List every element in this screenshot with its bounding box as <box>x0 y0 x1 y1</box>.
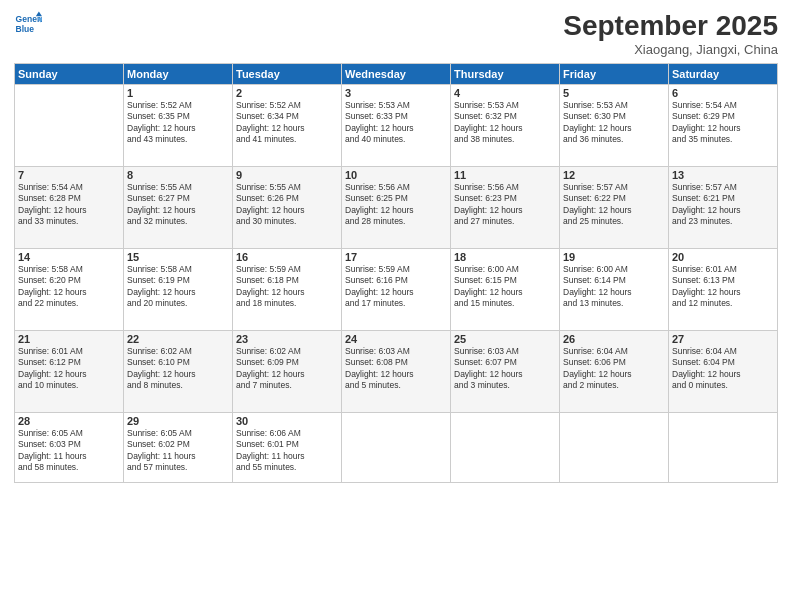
weekday-header-saturday: Saturday <box>669 64 778 85</box>
calendar-cell: 30Sunrise: 6:06 AMSunset: 6:01 PMDayligh… <box>233 413 342 483</box>
day-number: 27 <box>672 333 774 345</box>
day-number: 30 <box>236 415 338 427</box>
calendar-cell: 8Sunrise: 5:55 AMSunset: 6:27 PMDaylight… <box>124 167 233 249</box>
logo-icon: General Blue <box>14 10 42 38</box>
cell-content: Sunrise: 6:01 AMSunset: 6:12 PMDaylight:… <box>18 346 120 392</box>
title-block: September 2025 Xiaogang, Jiangxi, China <box>563 10 778 57</box>
cell-content: Sunrise: 5:59 AMSunset: 6:16 PMDaylight:… <box>345 264 447 310</box>
day-number: 22 <box>127 333 229 345</box>
cell-content: Sunrise: 5:55 AMSunset: 6:27 PMDaylight:… <box>127 182 229 228</box>
cell-content: Sunrise: 6:02 AMSunset: 6:10 PMDaylight:… <box>127 346 229 392</box>
day-number: 28 <box>18 415 120 427</box>
cell-content: Sunrise: 5:57 AMSunset: 6:21 PMDaylight:… <box>672 182 774 228</box>
calendar-cell: 6Sunrise: 5:54 AMSunset: 6:29 PMDaylight… <box>669 85 778 167</box>
day-number: 3 <box>345 87 447 99</box>
calendar-cell: 26Sunrise: 6:04 AMSunset: 6:06 PMDayligh… <box>560 331 669 413</box>
cell-content: Sunrise: 6:05 AMSunset: 6:02 PMDaylight:… <box>127 428 229 474</box>
day-number: 26 <box>563 333 665 345</box>
cell-content: Sunrise: 5:57 AMSunset: 6:22 PMDaylight:… <box>563 182 665 228</box>
calendar-cell <box>451 413 560 483</box>
day-number: 7 <box>18 169 120 181</box>
calendar-cell <box>560 413 669 483</box>
day-number: 2 <box>236 87 338 99</box>
day-number: 8 <box>127 169 229 181</box>
weekday-header-monday: Monday <box>124 64 233 85</box>
cell-content: Sunrise: 5:52 AMSunset: 6:35 PMDaylight:… <box>127 100 229 146</box>
calendar-cell <box>669 413 778 483</box>
calendar-cell: 13Sunrise: 5:57 AMSunset: 6:21 PMDayligh… <box>669 167 778 249</box>
day-number: 17 <box>345 251 447 263</box>
calendar-cell: 9Sunrise: 5:55 AMSunset: 6:26 PMDaylight… <box>233 167 342 249</box>
calendar-cell: 4Sunrise: 5:53 AMSunset: 6:32 PMDaylight… <box>451 85 560 167</box>
calendar-cell: 5Sunrise: 5:53 AMSunset: 6:30 PMDaylight… <box>560 85 669 167</box>
cell-content: Sunrise: 5:55 AMSunset: 6:26 PMDaylight:… <box>236 182 338 228</box>
calendar-cell: 3Sunrise: 5:53 AMSunset: 6:33 PMDaylight… <box>342 85 451 167</box>
calendar-cell: 10Sunrise: 5:56 AMSunset: 6:25 PMDayligh… <box>342 167 451 249</box>
weekday-header-friday: Friday <box>560 64 669 85</box>
day-number: 4 <box>454 87 556 99</box>
cell-content: Sunrise: 6:06 AMSunset: 6:01 PMDaylight:… <box>236 428 338 474</box>
calendar-cell: 23Sunrise: 6:02 AMSunset: 6:09 PMDayligh… <box>233 331 342 413</box>
cell-content: Sunrise: 6:04 AMSunset: 6:06 PMDaylight:… <box>563 346 665 392</box>
calendar-cell: 22Sunrise: 6:02 AMSunset: 6:10 PMDayligh… <box>124 331 233 413</box>
day-number: 25 <box>454 333 556 345</box>
weekday-header-row: SundayMondayTuesdayWednesdayThursdayFrid… <box>15 64 778 85</box>
cell-content: Sunrise: 5:58 AMSunset: 6:20 PMDaylight:… <box>18 264 120 310</box>
day-number: 29 <box>127 415 229 427</box>
cell-content: Sunrise: 5:56 AMSunset: 6:23 PMDaylight:… <box>454 182 556 228</box>
day-number: 24 <box>345 333 447 345</box>
cell-content: Sunrise: 6:00 AMSunset: 6:15 PMDaylight:… <box>454 264 556 310</box>
calendar-cell: 17Sunrise: 5:59 AMSunset: 6:16 PMDayligh… <box>342 249 451 331</box>
cell-content: Sunrise: 6:04 AMSunset: 6:04 PMDaylight:… <box>672 346 774 392</box>
calendar-cell <box>15 85 124 167</box>
day-number: 23 <box>236 333 338 345</box>
calendar-cell: 27Sunrise: 6:04 AMSunset: 6:04 PMDayligh… <box>669 331 778 413</box>
calendar-cell: 18Sunrise: 6:00 AMSunset: 6:15 PMDayligh… <box>451 249 560 331</box>
day-number: 20 <box>672 251 774 263</box>
cell-content: Sunrise: 5:52 AMSunset: 6:34 PMDaylight:… <box>236 100 338 146</box>
cell-content: Sunrise: 5:54 AMSunset: 6:29 PMDaylight:… <box>672 100 774 146</box>
cell-content: Sunrise: 5:59 AMSunset: 6:18 PMDaylight:… <box>236 264 338 310</box>
day-number: 11 <box>454 169 556 181</box>
day-number: 18 <box>454 251 556 263</box>
day-number: 14 <box>18 251 120 263</box>
calendar-cell: 19Sunrise: 6:00 AMSunset: 6:14 PMDayligh… <box>560 249 669 331</box>
day-number: 6 <box>672 87 774 99</box>
cell-content: Sunrise: 6:00 AMSunset: 6:14 PMDaylight:… <box>563 264 665 310</box>
calendar-cell: 14Sunrise: 5:58 AMSunset: 6:20 PMDayligh… <box>15 249 124 331</box>
cell-content: Sunrise: 5:53 AMSunset: 6:32 PMDaylight:… <box>454 100 556 146</box>
calendar-cell: 2Sunrise: 5:52 AMSunset: 6:34 PMDaylight… <box>233 85 342 167</box>
day-number: 21 <box>18 333 120 345</box>
calendar-cell <box>342 413 451 483</box>
day-number: 15 <box>127 251 229 263</box>
weekday-header-wednesday: Wednesday <box>342 64 451 85</box>
cell-content: Sunrise: 6:03 AMSunset: 6:08 PMDaylight:… <box>345 346 447 392</box>
logo: General Blue <box>14 10 42 38</box>
calendar-cell: 7Sunrise: 5:54 AMSunset: 6:28 PMDaylight… <box>15 167 124 249</box>
location: Xiaogang, Jiangxi, China <box>563 42 778 57</box>
day-number: 12 <box>563 169 665 181</box>
day-number: 19 <box>563 251 665 263</box>
day-number: 9 <box>236 169 338 181</box>
cell-content: Sunrise: 5:54 AMSunset: 6:28 PMDaylight:… <box>18 182 120 228</box>
svg-text:Blue: Blue <box>16 24 35 34</box>
cell-content: Sunrise: 6:01 AMSunset: 6:13 PMDaylight:… <box>672 264 774 310</box>
weekday-header-sunday: Sunday <box>15 64 124 85</box>
cell-content: Sunrise: 5:53 AMSunset: 6:33 PMDaylight:… <box>345 100 447 146</box>
calendar-table: SundayMondayTuesdayWednesdayThursdayFrid… <box>14 63 778 483</box>
day-number: 13 <box>672 169 774 181</box>
weekday-header-tuesday: Tuesday <box>233 64 342 85</box>
calendar-cell: 16Sunrise: 5:59 AMSunset: 6:18 PMDayligh… <box>233 249 342 331</box>
calendar-cell: 25Sunrise: 6:03 AMSunset: 6:07 PMDayligh… <box>451 331 560 413</box>
page-header: General Blue September 2025 Xiaogang, Ji… <box>14 10 778 57</box>
calendar-cell: 21Sunrise: 6:01 AMSunset: 6:12 PMDayligh… <box>15 331 124 413</box>
calendar-cell: 29Sunrise: 6:05 AMSunset: 6:02 PMDayligh… <box>124 413 233 483</box>
calendar-cell: 20Sunrise: 6:01 AMSunset: 6:13 PMDayligh… <box>669 249 778 331</box>
cell-content: Sunrise: 5:53 AMSunset: 6:30 PMDaylight:… <box>563 100 665 146</box>
cell-content: Sunrise: 5:58 AMSunset: 6:19 PMDaylight:… <box>127 264 229 310</box>
day-number: 16 <box>236 251 338 263</box>
calendar-cell: 24Sunrise: 6:03 AMSunset: 6:08 PMDayligh… <box>342 331 451 413</box>
calendar-cell: 12Sunrise: 5:57 AMSunset: 6:22 PMDayligh… <box>560 167 669 249</box>
day-number: 1 <box>127 87 229 99</box>
month-title: September 2025 <box>563 10 778 42</box>
